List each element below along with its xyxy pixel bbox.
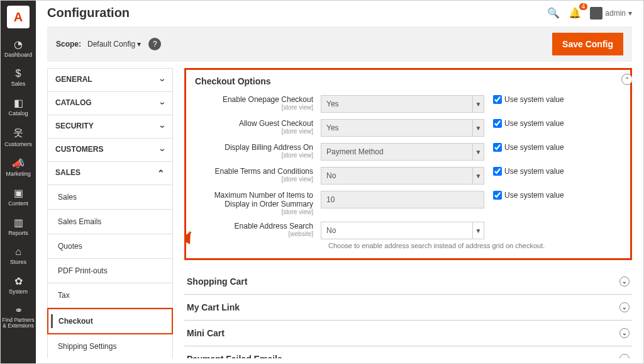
guest-select: Yes▼	[321, 119, 484, 137]
chevron-down-icon	[162, 75, 165, 85]
nav-content[interactable]: ▣Content	[1, 182, 36, 212]
marketing-icon: 📣	[2, 157, 35, 169]
config-tabs: GENERAL CATALOG SECURITY CUSTOMERS SALES…	[47, 68, 173, 358]
field-label: Allow Guest Checkout	[239, 119, 313, 128]
page-header: Configuration 🔍 🔔4 admin ▾	[36, 1, 643, 23]
content-icon: ▣	[2, 187, 35, 199]
scope-select[interactable]: Default Config ▾	[87, 40, 141, 48]
section-payment-failed[interactable]: Payment Failed Emails⌄	[184, 346, 632, 358]
nav-sales[interactable]: $Sales	[1, 63, 36, 92]
sub-checkout[interactable]: Checkout	[47, 308, 173, 334]
billing-select: Payment Method▼	[321, 143, 484, 161]
use-system-maxitems[interactable]: Use system value	[493, 191, 564, 200]
search-icon[interactable]: 🔍	[547, 7, 560, 19]
chevron-down-icon: ▼	[472, 120, 484, 136]
reports-icon: ▥	[2, 217, 35, 229]
onepage-select: Yes▼	[321, 95, 484, 113]
nav-marketing[interactable]: 📣Marketing	[1, 152, 36, 182]
nav-partners[interactable]: ⚭Find Partners & Extensions	[1, 300, 36, 334]
field-label: Maximum Number of Items to Display in Or…	[214, 191, 313, 208]
nav-customers[interactable]: 웃Customers	[1, 122, 36, 152]
use-system-billing[interactable]: Use system value	[493, 143, 564, 152]
field-label: Enable Terms and Conditions	[214, 167, 313, 176]
expand-icon: ⌄	[619, 302, 630, 312]
section-mini-cart[interactable]: Mini Cart⌄	[184, 321, 632, 346]
sub-quotes[interactable]: Quotes	[47, 234, 173, 259]
use-system-guest[interactable]: Use system value	[493, 119, 564, 128]
section-title: Checkout Options	[195, 76, 621, 86]
catalog-icon: ◧	[2, 97, 35, 109]
stores-icon: ⌂	[2, 246, 35, 258]
section-shopping-cart[interactable]: Shopping Cart⌄	[184, 269, 632, 295]
tab-sales[interactable]: SALES	[47, 161, 173, 185]
sub-shipping[interactable]: Shipping Settings	[47, 334, 173, 358]
expand-icon: ⌄	[619, 354, 630, 358]
nav-system[interactable]: ✿System	[1, 270, 36, 300]
nav-reports[interactable]: ▥Reports	[1, 212, 36, 241]
field-label: Enable Address Search	[235, 222, 313, 230]
partners-icon: ⚭	[2, 305, 35, 316]
page-title: Configuration	[47, 6, 130, 20]
customers-icon: 웃	[2, 127, 35, 140]
chevron-down-icon: ▼	[472, 222, 484, 239]
chevron-up-icon	[157, 168, 165, 178]
maxitems-input: 10	[321, 191, 484, 208]
sub-tax[interactable]: Tax	[47, 283, 173, 308]
collapse-icon[interactable]: ⌃	[621, 74, 632, 85]
admin-nav: A ◔Dashboard $Sales ◧Catalog 웃Customers …	[1, 1, 36, 363]
tab-customers[interactable]: CUSTOMERS	[47, 138, 173, 161]
tab-general[interactable]: GENERAL	[47, 68, 173, 91]
scope-bar: Scope: Default Config ▾ ? Save Config	[47, 26, 632, 62]
use-system-onepage[interactable]: Use system value	[493, 95, 564, 104]
checkout-options-box: ⌃ Checkout Options Enable Onepage Checko…	[184, 68, 632, 260]
scope-label: Scope:	[56, 40, 81, 48]
terms-select: No▼	[321, 167, 484, 185]
config-form: ⌃ Checkout Options Enable Onepage Checko…	[184, 68, 632, 358]
tab-security[interactable]: SECURITY	[47, 115, 173, 138]
sub-sales[interactable]: Sales	[47, 185, 173, 210]
system-icon: ✿	[2, 275, 35, 287]
field-label: Enable Onepage Checkout	[223, 95, 313, 104]
address-search-select[interactable]: No▼	[321, 222, 484, 239]
notifications-icon[interactable]: 🔔4	[569, 7, 581, 19]
sub-sales-emails[interactable]: Sales Emails	[47, 210, 173, 234]
avatar-icon	[590, 7, 602, 20]
expand-icon: ⌄	[619, 276, 630, 287]
chevron-down-icon	[162, 98, 165, 108]
chevron-down-icon: ▼	[472, 96, 484, 112]
sub-pdf[interactable]: PDF Print-outs	[47, 259, 173, 283]
sales-icon: $	[2, 68, 35, 79]
expand-icon: ⌄	[619, 328, 630, 338]
use-system-terms[interactable]: Use system value	[493, 167, 564, 176]
account-menu[interactable]: admin ▾	[590, 7, 632, 20]
notifications-badge: 4	[579, 3, 588, 10]
save-config-button[interactable]: Save Config	[552, 33, 623, 55]
help-icon[interactable]: ?	[148, 38, 161, 50]
field-hint: Choose to enable address search instead …	[328, 242, 621, 249]
nav-catalog[interactable]: ◧Catalog	[1, 92, 36, 122]
dashboard-icon: ◔	[2, 38, 35, 50]
chevron-down-icon: ▼	[472, 168, 484, 184]
nav-stores[interactable]: ⌂Stores	[1, 241, 36, 270]
logo[interactable]: A	[7, 6, 30, 28]
nav-dashboard[interactable]: ◔Dashboard	[1, 33, 36, 63]
chevron-down-icon	[162, 122, 165, 132]
section-my-cart-link[interactable]: My Cart Link⌄	[184, 295, 632, 321]
chevron-down-icon	[162, 145, 165, 155]
chevron-down-icon: ▼	[472, 144, 484, 160]
tab-catalog[interactable]: CATALOG	[47, 91, 173, 115]
field-label: Display Billing Address On	[225, 143, 313, 152]
